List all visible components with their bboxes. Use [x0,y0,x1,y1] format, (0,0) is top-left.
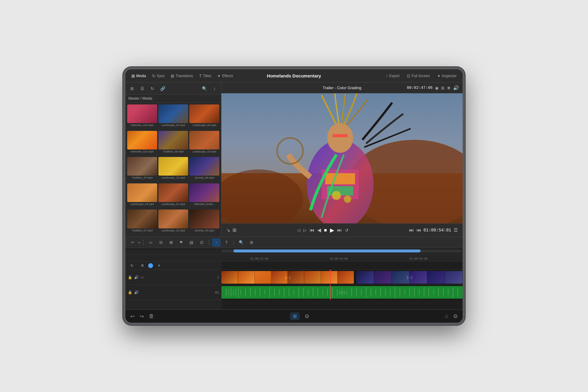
export-label: Export [389,74,400,78]
media-thumbnail [189,131,219,149]
audio-link-icon: [↔] [339,291,344,294]
media-thumbnail [127,157,157,176]
media-item[interactable]: Landscape_12.mp4 [158,210,188,235]
media-item[interactable]: Sunrise_04.mp4 [189,157,219,182]
scroll-thumb[interactable] [233,249,421,252]
media-toolbar: ⊞ ☰ ↻ 🔗 🔍 ↕ [125,83,221,95]
sync-button[interactable]: ↻ Sync [150,72,167,80]
delete-btn[interactable]: 🗑 [149,313,154,319]
preview-split-btn[interactable]: ⊞ [441,86,445,90]
text-tool[interactable]: T [222,238,231,247]
image-btn[interactable]: ⊡ [197,238,206,247]
zoom-level-btn[interactable]: 🔍 [237,238,245,247]
track-tool-1[interactable]: ↻ [128,261,136,270]
track-tool-3[interactable]: ≡ [155,261,163,270]
media-item[interactable]: Landscape_12.mp4 [158,157,188,182]
track-spacer [221,261,463,270]
split-btn[interactable]: ⊟ [157,238,165,247]
preview-audio-btn[interactable]: 🔊 [453,85,459,91]
stop-btn[interactable]: ■ [324,228,327,233]
monitor-btn[interactable]: ▭ [146,238,155,247]
media-item[interactable]: Landscape_02.mp4 [158,104,188,130]
ipad-screen: ⊞ Media ↻ Sync ⊠ Transitions T Titles ✦ [125,69,463,323]
bottom-toolbar: ↩ ↪ 🗑 ⊞ ⚙ ⌂ ⚙ [125,309,463,323]
home-btn[interactable]: ⌂ [445,313,448,319]
select-tool-btn[interactable]: ↘ [226,227,230,233]
mark-out-btn[interactable]: ▷ [303,228,307,233]
sort-button[interactable]: ↕ [210,84,219,93]
separator-2 [209,240,209,246]
media-item[interactable]: Interview_010.mp4 [127,131,157,156]
main-content: ⊞ ☰ ↻ 🔗 🔍 ↕ Master / Media Interview_010… [125,83,463,237]
prev-clip-btn[interactable]: ⏭ [409,228,414,233]
media-thumbnail [158,131,188,149]
menu-btn[interactable]: ☰ [454,227,458,233]
current-timecode: 01:00:54:01 [424,228,451,233]
skip-fwd-btn[interactable]: ⏭ [337,228,342,233]
transitions-button[interactable]: ⊠ Transitions [168,72,195,80]
fullscreen-icon: ⊡ [407,74,410,78]
svg-rect-9 [333,134,347,137]
loop-btn[interactable]: ↺ [345,228,349,233]
inspector-button[interactable]: ✦ Inspector [435,72,459,80]
export-button[interactable]: ↑ Export [383,72,402,80]
next-clip-btn[interactable]: ⏮ [416,228,421,233]
media-button[interactable]: ⊞ Media [129,72,148,80]
bottom-left: ↩ ↪ 🗑 [130,313,154,320]
frame-3 [255,271,271,284]
media-item[interactable]: Landscape_24.mp4 [127,183,157,209]
media-item[interactable]: Landscape_03.mp4 [189,131,219,156]
search-button[interactable]: 🔍 [200,84,208,93]
trim-tool-btn[interactable]: ⊞ [232,227,236,233]
audio-track: [↔] [221,285,463,300]
undo-btn[interactable]: ↩ [130,313,135,320]
track-tool-2[interactable]: ⊞ [138,261,146,270]
arrow-tool[interactable]: ↑ [212,238,220,247]
scissors-btn[interactable]: ✂ [128,238,137,247]
media-item[interactable]: Landscape_06.mp4 [189,104,219,130]
fullscreen-button[interactable]: ⊡ Full Screen [404,72,432,80]
effects-button[interactable]: ✦ Effects [215,72,235,80]
media-item[interactable]: Interview_010.mp4 [127,104,157,130]
mark-in-btn[interactable]: ◁ [297,228,300,233]
grid-view-button[interactable]: ⊞ [128,84,136,93]
settings-center-btn[interactable]: ⚙ [304,313,309,320]
dancer-clip[interactable]: [↔] [356,271,463,284]
track-content-area: [↔] [↔] [221,261,463,309]
video-track: [↔] [↔] [221,270,463,285]
prev-frame-btn[interactable]: ◀ [317,227,321,233]
audio-icon-2: 🔊 [134,290,139,294]
media-item[interactable]: Interview_Dusk... [189,183,219,209]
scrollbar-track[interactable] [125,249,463,255]
titles-button[interactable]: T Titles [197,72,214,80]
list-view-button[interactable]: ☰ [138,84,146,93]
d-frame-5 [427,271,445,284]
preview-zoom-btn[interactable]: ❋ [447,86,451,90]
redo-btn[interactable]: ↪ [140,313,144,320]
preview-color-btn[interactable]: ◉ [435,86,439,90]
zoom-btn[interactable]: ▤ [187,238,196,247]
sunset-clip[interactable]: [↔] [221,271,354,284]
play-btn[interactable]: ▶ [330,227,334,234]
refresh-button[interactable]: ↻ [148,84,157,93]
home-accent-btn[interactable]: ⊞ [290,312,300,320]
timeline-ruler: 01:00:52:00 01:00:54:00 01:00:56:00 [125,255,463,261]
detach-btn[interactable]: ⊠ [167,238,175,247]
settings-btn[interactable]: ⚙ [453,313,458,320]
sync-label: Sync [157,74,165,78]
media-item[interactable]: Landscape_01.mp4 [158,183,188,209]
media-thumbnail [127,131,157,149]
media-item[interactable]: Tradition_07.mp4 [127,157,157,182]
speed-btn[interactable]: ⊞ [247,238,256,247]
titles-label: Titles [203,74,211,78]
flag-btn[interactable]: ⚑ [177,238,185,247]
top-toolbar: ⊞ Media ↻ Sync ⊠ Transitions T Titles ✦ [125,69,463,83]
skip-back-btn[interactable]: ⏮ [310,228,314,233]
media-item[interactable]: Tradition_06.mp4 [158,131,188,156]
media-item[interactable]: Sunrise_04.mp4 [189,210,219,235]
project-title: Homelands Documentary [267,73,321,78]
media-item[interactable]: Tradition_07.mp4 [127,210,157,235]
waveform: [↔] [221,286,463,299]
media-thumbnail [158,183,188,202]
link-button[interactable]: 🔗 [158,84,167,93]
